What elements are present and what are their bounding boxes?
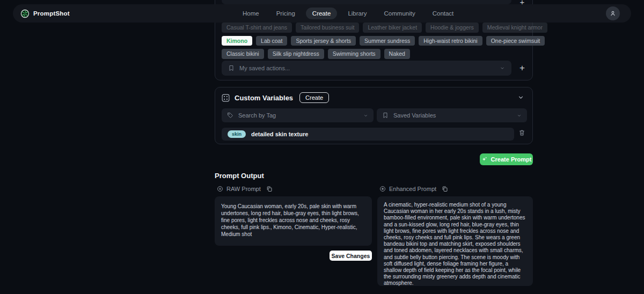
clothing-tag-row: Casual T-shirt and jeansTailored busines… bbox=[222, 23, 530, 33]
chevron-down-icon bbox=[363, 113, 368, 118]
clothing-tag[interactable]: Summer sundress bbox=[360, 36, 415, 46]
enhanced-prompt-label: Enhanced Prompt bbox=[389, 186, 436, 192]
add-saved-action-button[interactable]: + bbox=[517, 63, 528, 74]
clothing-tag[interactable]: Leather biker jacket bbox=[363, 23, 422, 33]
clothing-tag-row: Classic bikiniSilk slip nightdressSwimmi… bbox=[222, 49, 530, 59]
clothing-tag[interactable]: Casual T-shirt and jeans bbox=[222, 23, 292, 33]
user-avatar-button[interactable] bbox=[606, 6, 620, 20]
chevron-down-icon bbox=[517, 113, 522, 118]
copy-icon[interactable] bbox=[266, 186, 273, 192]
sparkles-icon bbox=[481, 156, 488, 163]
saved-actions-dropdown[interactable]: My saved actions... bbox=[222, 61, 511, 76]
enhanced-prompt-label-row: Enhanced Prompt bbox=[379, 186, 448, 192]
clothing-tag[interactable]: Kimono bbox=[222, 36, 252, 46]
promptshot-logo-icon bbox=[20, 9, 30, 18]
nav-link-home[interactable]: Home bbox=[236, 8, 266, 19]
nav-link-contact[interactable]: Contact bbox=[426, 8, 460, 19]
clothing-tag-row: KimonoLab coatSports jersey & shortsSumm… bbox=[222, 36, 530, 46]
variable-text: detailed skin texture bbox=[251, 131, 308, 137]
nav-link-create[interactable]: Create bbox=[306, 8, 338, 19]
delete-variable-trash-icon[interactable] bbox=[518, 129, 525, 136]
clothing-tag[interactable]: Lab coat bbox=[256, 36, 287, 46]
create-prompt-button[interactable]: Create Prompt bbox=[480, 153, 533, 165]
saved-variable-row[interactable]: skin detailed skin texture bbox=[222, 128, 514, 141]
nav-link-pricing[interactable]: Pricing bbox=[270, 8, 302, 19]
clothing-tag[interactable]: One-piece swimsuit bbox=[486, 36, 545, 46]
bookmark-icon bbox=[228, 65, 235, 71]
create-prompt-label: Create Prompt bbox=[491, 156, 532, 163]
copy-icon[interactable] bbox=[442, 186, 448, 192]
clipped-saved-actions-dropdown[interactable]: My saved actions... bbox=[222, 0, 511, 4]
variable-tag-badge: skin bbox=[228, 130, 246, 138]
clothing-tag[interactable]: Medieval knight armor bbox=[482, 23, 547, 33]
person-icon bbox=[609, 10, 617, 17]
saved-variables-dropdown[interactable]: Saved Variables bbox=[377, 108, 527, 122]
bookmark-icon bbox=[382, 112, 389, 119]
custom-variables-header: Custom Variables Create bbox=[221, 92, 329, 103]
nav-link-community[interactable]: Community bbox=[378, 8, 422, 19]
brand-name: PromptShot bbox=[33, 10, 70, 17]
raw-prompt-textbox[interactable]: Young Caucasian woman, early 20s, pale s… bbox=[215, 196, 372, 246]
custom-variables-title: Custom Variables bbox=[235, 94, 293, 102]
enhanced-prompt-textbox: A cinematic, hyper-realistic medium shot… bbox=[377, 196, 533, 286]
saved-actions-placeholder: My saved actions... bbox=[239, 65, 290, 71]
raw-prompt-label: RAW Prompt bbox=[226, 186, 261, 192]
saved-variables-placeholder: Saved Variables bbox=[393, 112, 436, 119]
create-variable-button[interactable]: Create bbox=[299, 92, 329, 103]
clothing-tag[interactable]: Sports jersey & shorts bbox=[291, 36, 356, 46]
clothing-tag-rows: Casual T-shirt and jeansTailored busines… bbox=[222, 23, 530, 59]
clothing-tag[interactable]: Naked bbox=[384, 49, 410, 59]
clothing-tag[interactable]: High-waist retro bikini bbox=[419, 36, 482, 46]
chevron-down-icon bbox=[500, 65, 505, 71]
clothing-tag[interactable]: Silk slip nightdress bbox=[268, 49, 324, 59]
navbar: PromptShot HomePricingCreateLibraryCommu… bbox=[13, 4, 631, 23]
clothing-tag[interactable]: Swimming shorts bbox=[328, 49, 380, 59]
nav-links: HomePricingCreateLibraryCommunityContact bbox=[236, 4, 460, 23]
search-by-tag-placeholder: Search by Tag bbox=[238, 112, 276, 119]
brand[interactable]: PromptShot bbox=[20, 9, 70, 18]
clothing-tag[interactable]: Tailored business suit bbox=[296, 23, 359, 33]
enhanced-prompt-icon bbox=[379, 186, 386, 192]
clothing-tag[interactable]: Classic bikini bbox=[222, 49, 264, 59]
raw-prompt-label-row: RAW Prompt bbox=[217, 186, 273, 192]
raw-prompt-icon bbox=[217, 186, 223, 192]
clothing-tag[interactable]: Hoodie & joggers bbox=[426, 23, 479, 33]
collapse-chevron-icon[interactable] bbox=[517, 94, 524, 101]
search-by-tag-dropdown[interactable]: Search by Tag bbox=[222, 108, 374, 122]
variables-grid-icon bbox=[221, 93, 230, 102]
nav-link-library[interactable]: Library bbox=[341, 8, 373, 19]
tag-icon bbox=[227, 112, 233, 119]
promptshot-create-page: My saved actions... + bbox=[0, 0, 644, 294]
prompt-output-heading: Prompt Output bbox=[215, 172, 264, 180]
save-changes-button[interactable]: Save Changes bbox=[330, 251, 372, 261]
